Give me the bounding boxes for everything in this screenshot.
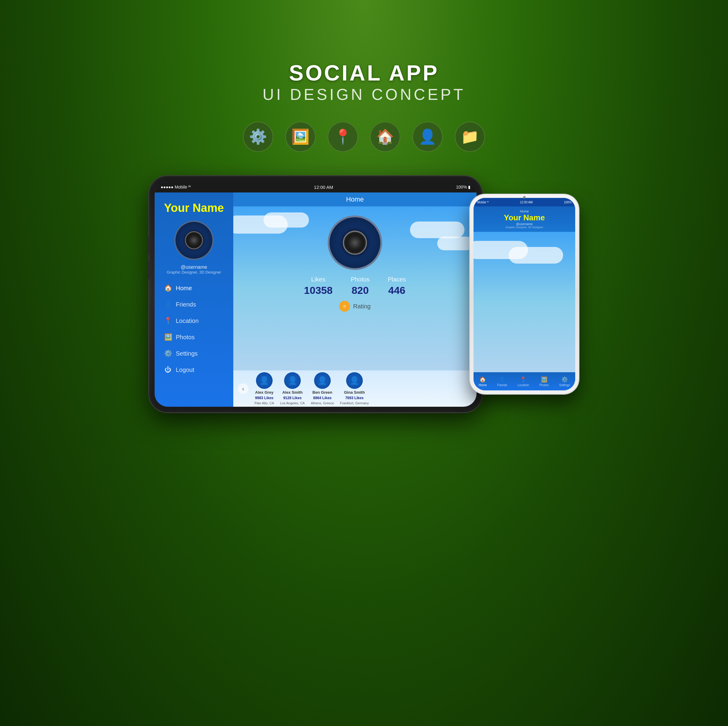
phone-photos-nav-icon: 🖼️: [541, 376, 548, 383]
page-subtitle: UI DESIGN CONCEPT: [263, 85, 466, 104]
friend-avatar-3: 👤: [314, 372, 331, 389]
phone-body: Albums 5 Photos 240 Places 126 ∨: [474, 232, 575, 372]
home-nav-icon: 🏠: [164, 284, 172, 292]
phone-nav-friends-label: Friends: [497, 383, 507, 387]
photos-value: 820: [351, 285, 369, 296]
avatar-lens: [185, 231, 203, 250]
signal-status: ●●●●● Mobile ᵂ: [161, 185, 191, 190]
friends-strip: ‹ 👤 Alex Grey 9983 Likes Palo Alto, CA 👤…: [233, 371, 477, 407]
page-title: SOCIAL APP: [263, 61, 466, 85]
nav-settings[interactable]: ⚙️ Settings: [158, 346, 230, 361]
phone-nav-settings[interactable]: ⚙️ Settings: [559, 376, 570, 387]
likes-label: Likes: [304, 276, 333, 283]
scroll-left-button[interactable]: ‹: [238, 383, 248, 394]
devices-container: ●●●●● Mobile ᵂ 12:00 AM 100% ▮ Your Name…: [149, 176, 579, 412]
photos-label: Photos: [351, 276, 369, 283]
settings-nav-icon: ⚙️: [164, 349, 172, 357]
friend-location-1: Palo Alto, CA: [254, 401, 274, 405]
phone-location-icon: 📍: [520, 376, 526, 383]
main-content-area: Likes 10358 Photos 820 Places 446: [233, 207, 477, 371]
friend-card-2: 👤 Alex Smith 9128 Likes Los Angeles, CA: [280, 372, 305, 405]
friend-name-1: Alex Grey: [255, 390, 274, 395]
phone-nav-photos-label: Photos: [539, 383, 549, 387]
friend-card-3: 👤 Ben Green 8864 Likes Athens, Greece: [311, 372, 334, 405]
cloud-2: [263, 213, 309, 228]
phone-nav-settings-label: Settings: [559, 383, 570, 387]
nav-friends-label: Friends: [176, 301, 196, 308]
nav-logout-label: Logout: [176, 366, 194, 374]
places-value: 446: [388, 285, 406, 296]
phone-user-name: Your Name: [477, 213, 572, 222]
folder-icon[interactable]: 📁: [455, 122, 485, 152]
user-role: Graphic Designer, 3D Designer: [167, 270, 221, 274]
icon-row: ⚙️ 🖼️ 📍 🏠 👤 📁: [243, 122, 485, 152]
nav-photos[interactable]: 🖼️ Photos: [158, 329, 230, 345]
home-icon[interactable]: 🏠: [370, 122, 400, 152]
phone-screen: Mobile ᵂ 12:00 AM 100% Home Your Name @u…: [474, 198, 575, 391]
friend-avatar-4: 👤: [346, 372, 363, 389]
nav-home[interactable]: 🏠 Home: [158, 280, 230, 296]
location-icon[interactable]: 📍: [328, 122, 358, 152]
stat-places: Places 446: [388, 276, 406, 296]
nav-home-label: Home: [176, 285, 192, 292]
stat-likes: Likes 10358: [304, 276, 333, 296]
cloud-3: [410, 222, 465, 238]
nav-location-label: Location: [176, 317, 199, 325]
phone: Mobile ᵂ 12:00 AM 100% Home Your Name @u…: [470, 194, 579, 394]
friend-avatar-2: 👤: [284, 372, 301, 389]
phone-nav-location[interactable]: 📍 Location: [517, 376, 529, 387]
tablet: ●●●●● Mobile ᵂ 12:00 AM 100% ▮ Your Name…: [149, 176, 482, 412]
user-name: Your Name: [164, 202, 224, 214]
volume-up-button[interactable]: [147, 237, 150, 255]
main-panel-header: Home: [233, 193, 477, 207]
friend-card-4: 👤 Gina Smith 7693 Likes Frankfurt, Germa…: [340, 372, 369, 405]
nav-logout[interactable]: ⏻ Logout: [158, 362, 230, 377]
phone-home-icon: 🏠: [479, 376, 486, 383]
phone-cloud-2: [509, 247, 563, 263]
cloud-4: [437, 237, 474, 250]
friend-likes-2: 9128 Likes: [283, 396, 302, 400]
phone-nav-home[interactable]: 🏠 Home: [479, 376, 487, 387]
nav-photos-label: Photos: [176, 334, 194, 341]
friend-likes-3: 8864 Likes: [313, 396, 332, 400]
volume-down-button[interactable]: [147, 261, 150, 279]
profile-icon[interactable]: 👤: [412, 122, 443, 152]
tablet-screen: ●●●●● Mobile ᵂ 12:00 AM 100% ▮ Your Name…: [154, 182, 477, 407]
user-avatar: [174, 221, 214, 260]
main-avatar-lens: [343, 231, 367, 255]
friend-likes-1: 9983 Likes: [255, 396, 274, 400]
battery-status: 100% ▮: [456, 185, 471, 190]
tablet-status-bar: ●●●●● Mobile ᵂ 12:00 AM 100% ▮: [154, 182, 477, 193]
nav-settings-label: Settings: [176, 350, 197, 357]
photos-icon[interactable]: 🖼️: [285, 122, 316, 152]
tablet-main-panel: Home: [233, 193, 477, 407]
nav-location[interactable]: 📍 Location: [158, 313, 230, 328]
friends-nav-icon: 👤: [164, 300, 172, 308]
location-nav-icon: 📍: [164, 317, 172, 325]
places-label: Places: [388, 276, 406, 283]
friend-location-4: Frankfurt, Germany: [340, 401, 369, 405]
phone-header-title: Home: [477, 210, 572, 213]
settings-icon[interactable]: ⚙️: [243, 122, 273, 152]
phone-time: 12:00 AM: [520, 201, 532, 204]
phone-camera-notch: [523, 196, 526, 199]
time-display: 12:00 AM: [314, 185, 333, 190]
phone-nav-location-label: Location: [517, 383, 529, 387]
photos-nav-icon: 🖼️: [164, 333, 172, 341]
logout-nav-icon: ⏻: [164, 366, 172, 374]
main-panel-title: Home: [346, 196, 364, 203]
tablet-sidebar: Your Name @username Graphic Designer, 3D…: [154, 193, 233, 407]
rating-icon: =: [339, 301, 350, 312]
phone-header: Home Your Name @username Graphic Designe…: [474, 207, 575, 232]
sidebar-navigation: 🏠 Home 👤 Friends 📍 Location 🖼️: [154, 280, 233, 378]
friend-card-1: 👤 Alex Grey 9983 Likes Palo Alto, CA: [254, 372, 274, 405]
friend-location-2: Los Angeles, CA: [280, 401, 305, 405]
stat-photos: Photos 820: [351, 276, 369, 296]
phone-nav-friends[interactable]: 👤 Friends: [497, 376, 507, 387]
main-profile-avatar: [328, 216, 382, 270]
phone-settings-icon: ⚙️: [561, 376, 568, 383]
username-label: @username: [180, 265, 207, 270]
friend-name-3: Ben Green: [312, 390, 332, 395]
phone-nav-photos[interactable]: 🖼️ Photos: [539, 376, 549, 387]
nav-friends[interactable]: 👤 Friends: [158, 297, 230, 312]
